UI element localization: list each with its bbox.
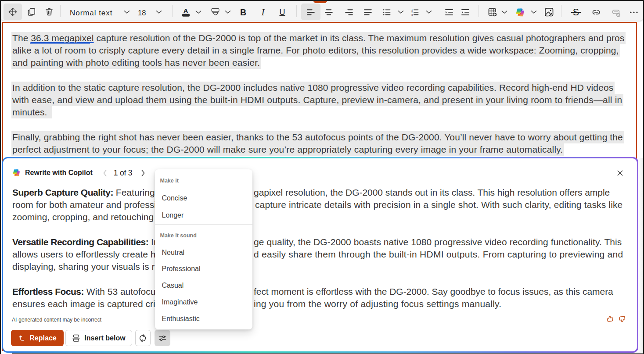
- svg-text:3: 3: [411, 14, 413, 16]
- svg-text:A: A: [183, 7, 188, 14]
